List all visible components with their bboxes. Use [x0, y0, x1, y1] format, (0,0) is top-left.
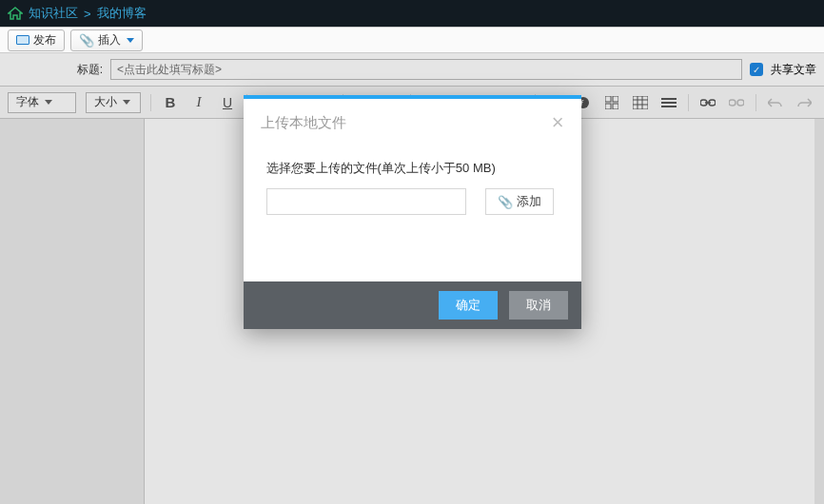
modal-title: 上传本地文件 — [261, 114, 346, 132]
insert-button[interactable]: 📎 插入 — [70, 29, 143, 51]
breadcrumb-bar: 知识社区 > 我的博客 — [0, 0, 824, 27]
breadcrumb-sep: > — [84, 7, 91, 21]
upload-modal: 上传本地文件 × 选择您要上传的文件(单次上传小于50 MB) 📎 添加 确定 … — [244, 95, 581, 329]
breadcrumb-current[interactable]: 我的博客 — [97, 5, 147, 22]
upload-prompt: 选择您要上传的文件(单次上传小于50 MB) — [266, 160, 559, 177]
paperclip-icon: 📎 — [79, 33, 94, 48]
chevron-down-icon — [127, 38, 134, 43]
modal-overlay: 上传本地文件 × 选择您要上传的文件(单次上传小于50 MB) 📎 添加 确定 … — [0, 53, 824, 504]
modal-footer: 确定 取消 — [244, 281, 581, 329]
cancel-button[interactable]: 取消 — [509, 291, 568, 320]
home-icon — [8, 7, 23, 20]
modal-header: 上传本地文件 × — [244, 99, 581, 143]
insert-label: 插入 — [98, 32, 121, 48]
modal-body: 选择您要上传的文件(单次上传小于50 MB) 📎 添加 — [244, 143, 581, 281]
action-bar: 发布 📎 插入 — [0, 27, 824, 53]
ok-button[interactable]: 确定 — [439, 291, 498, 320]
breadcrumb-community[interactable]: 知识社区 — [29, 5, 78, 22]
file-path-input[interactable] — [266, 188, 466, 215]
mail-icon — [16, 35, 29, 45]
paperclip-icon: 📎 — [498, 195, 513, 209]
publish-label: 发布 — [33, 32, 56, 48]
close-icon[interactable]: × — [552, 112, 564, 133]
add-label: 添加 — [517, 193, 541, 210]
add-file-button[interactable]: 📎 添加 — [485, 188, 554, 215]
publish-button[interactable]: 发布 — [8, 29, 65, 51]
